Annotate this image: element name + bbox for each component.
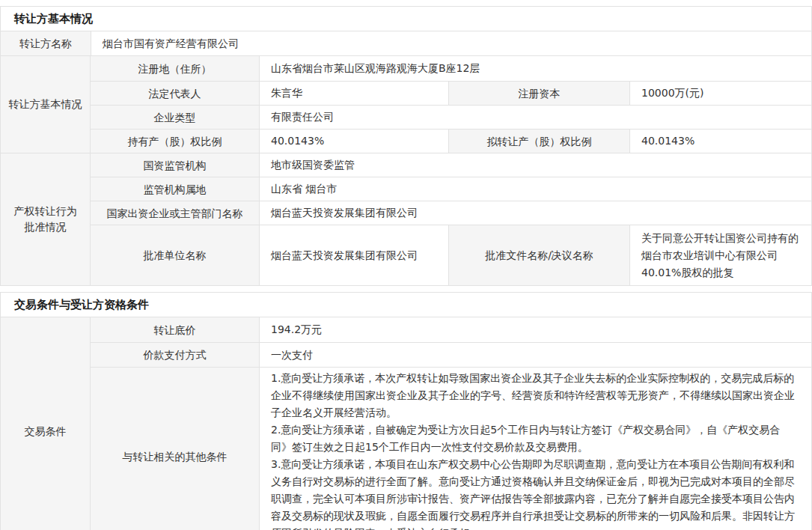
value-sasac-location: 山东省 烟台市 xyxy=(259,177,811,201)
label-state-enterprise: 国家出资企业或主管部门名称 xyxy=(91,201,259,225)
table-row-legal-rep: 法定代表人 朱言华 注册资本 10000万(元) xyxy=(91,81,811,105)
label-legal-rep: 法定代表人 xyxy=(91,82,259,105)
label-sasac-location: 监管机构属地 xyxy=(91,177,259,201)
section-title-conditions: 交易条件与受让方资格条件 xyxy=(1,293,811,317)
table-row-approval-unit: 批准单位名称 烟台蓝天投资发展集团有限公司 批准文件名称/决议名称 关于同意公开… xyxy=(91,225,811,285)
label-transferor-name: 转让方名称 xyxy=(1,31,91,55)
table-row-state-enterprise: 国家出资企业或主管部门名称 烟台蓝天投资发展集团有限公司 xyxy=(91,201,811,225)
table-row-other-conditions: 与转让相关的其他条件 1.意向受让方须承诺，本次产权转让如导致国家出资企业及其子… xyxy=(91,367,811,530)
other-conditions-paragraph-2: 2.意向受让方须承诺，自被确定为受让方次日起5个工作日内与转让方签订《产权交易合… xyxy=(271,421,800,456)
group-label-approval-line2: 批准情况 xyxy=(25,219,67,235)
label-company-type: 企业类型 xyxy=(91,106,259,129)
transaction-conditions-table: 交易条件与受让方资格条件 交易条件 转让底价 194.2万元 价款支付方式 一次… xyxy=(0,292,812,530)
group-label-approval-line1: 产权转让行为 xyxy=(14,204,77,219)
group-label-basic-info: 转让方基本情况 xyxy=(1,56,91,153)
value-floor-price: 194.2万元 xyxy=(259,317,811,342)
table-row-reg-address: 注册地（住所） 山东省烟台市莱山区观海路观海大厦B座12层 xyxy=(91,56,811,81)
group-basic-info: 转让方基本情况 注册地（住所） 山东省烟台市莱山区观海路观海大厦B座12层 法定… xyxy=(1,55,811,153)
group-trade-rows: 转让底价 194.2万元 价款支付方式 一次支付 与转让相关的其他条件 1.意向… xyxy=(91,317,811,530)
table-row-floor-price: 转让底价 194.2万元 xyxy=(91,317,811,342)
value-other-conditions: 1.意向受让方须承诺，本次产权转让如导致国家出资企业及其子企业失去标的企业实际控… xyxy=(259,368,811,530)
group-approval-rows: 国资监管机构 地市级国资委监管 监管机构属地 山东省 烟台市 国家出资企业或主管… xyxy=(91,153,811,285)
label-approval-unit: 批准单位名称 xyxy=(91,225,259,285)
label-floor-price: 转让底价 xyxy=(91,317,259,342)
label-reg-capital: 注册资本 xyxy=(448,82,629,105)
value-reg-capital: 10000万(元) xyxy=(629,82,811,105)
table-row-sasac-body: 国资监管机构 地市级国资委监管 xyxy=(91,153,811,177)
value-payment-method: 一次支付 xyxy=(259,343,811,367)
table-row-sasac-location: 监管机构属地 山东省 烟台市 xyxy=(91,177,811,201)
value-state-enterprise: 烟台蓝天投资发展集团有限公司 xyxy=(259,201,811,225)
label-sasac-body: 国资监管机构 xyxy=(91,153,259,177)
table-row-transferor-name: 转让方名称 烟台市国有资产经营有限公司 xyxy=(1,31,811,55)
value-reg-address: 山东省烟台市莱山区观海路观海大厦B座12层 xyxy=(259,56,811,81)
other-conditions-paragraph-1: 1.意向受让方须承诺，本次产权转让如导致国家出资企业及其子企业失去标的企业实际控… xyxy=(271,370,800,421)
value-legal-rep: 朱言华 xyxy=(259,82,448,105)
table-row-equity-ratio: 持有产（股）权比例 40.0143% 拟转让产（股）权比例 40.0143% xyxy=(91,129,811,153)
label-equity-to-transfer: 拟转让产（股）权比例 xyxy=(448,130,629,153)
value-sasac-body: 地市级国资委监管 xyxy=(259,153,811,177)
value-equity-to-transfer: 40.0143% xyxy=(629,130,811,153)
value-company-type: 有限责任公司 xyxy=(259,106,811,129)
value-transferor-name: 烟台市国有资产经营有限公司 xyxy=(91,31,811,55)
group-label-approval-info: 产权转让行为 批准情况 xyxy=(1,153,91,285)
value-approval-doc: 关于同意公开转让国资公司持有的烟台市农业培训中心有限公司40.01%股权的批复 xyxy=(629,225,811,285)
group-label-trade-conditions: 交易条件 xyxy=(1,317,91,530)
group-basic-rows: 注册地（住所） 山东省烟台市莱山区观海路观海大厦B座12层 法定代表人 朱言华 … xyxy=(91,56,811,153)
section-title-transferor: 转让方基本情况 xyxy=(1,7,811,31)
label-other-conditions: 与转让相关的其他条件 xyxy=(91,368,259,530)
group-trade-conditions: 交易条件 转让底价 194.2万元 价款支付方式 一次支付 与转让相关的其他条件… xyxy=(1,317,811,530)
transferor-info-table: 转让方基本情况 转让方名称 烟台市国有资产经营有限公司 转让方基本情况 注册地（… xyxy=(0,6,812,286)
label-equity-held: 持有产（股）权比例 xyxy=(91,130,259,153)
label-reg-address: 注册地（住所） xyxy=(91,56,259,81)
label-payment-method: 价款支付方式 xyxy=(91,343,259,367)
property-transfer-listing-page: 转让方基本情况 转让方名称 烟台市国有资产经营有限公司 转让方基本情况 注册地（… xyxy=(0,0,812,530)
label-approval-doc: 批准文件名称/决议名称 xyxy=(448,225,629,285)
group-approval-info: 产权转让行为 批准情况 国资监管机构 地市级国资委监管 监管机构属地 山东省 烟… xyxy=(1,153,811,285)
table-row-company-type: 企业类型 有限责任公司 xyxy=(91,105,811,129)
table-row-payment-method: 价款支付方式 一次支付 xyxy=(91,342,811,367)
value-approval-unit: 烟台蓝天投资发展集团有限公司 xyxy=(259,225,448,285)
other-conditions-paragraph-3: 3.意向受让方须承诺，本项目在山东产权交易中心公告期即为尽职调查期，意向受让方在… xyxy=(271,456,800,530)
value-equity-held: 40.0143% xyxy=(259,130,448,153)
